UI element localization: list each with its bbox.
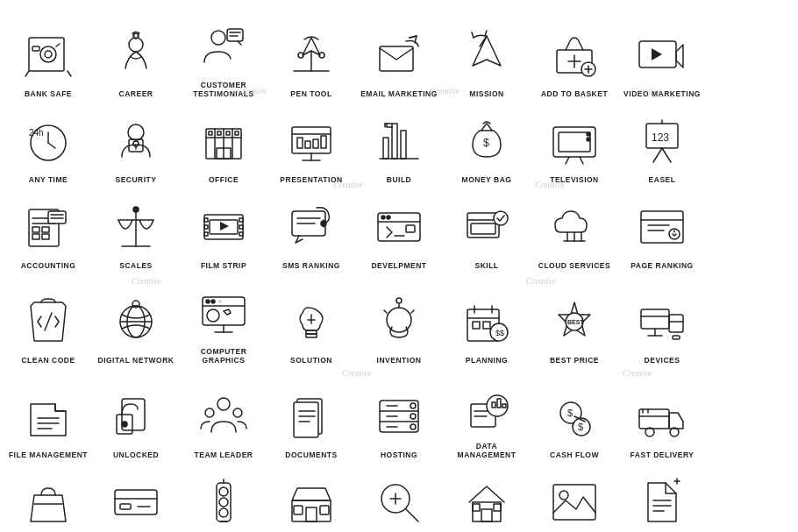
svg-point-102 [321, 221, 326, 226]
icon-cell-customer-testimonials: CUSTOMER TESTIMONIALS [180, 9, 267, 103]
accounting-icon [18, 196, 79, 258]
any-time-label: ANY TIME [29, 175, 68, 184]
digital-network-label: DIGITAL NETWORK [98, 356, 175, 365]
svg-rect-6 [32, 46, 39, 51]
svg-rect-216 [320, 506, 329, 514]
icon-cell-bank-safe: BANK SAFE [4, 9, 92, 103]
unlocked-icon [105, 386, 167, 447]
pen-tool-label: PEN TOOL [290, 89, 331, 98]
svg-line-218 [406, 509, 418, 521]
icon-cell-real-estate: REAL ESTATE [443, 465, 531, 532]
solution-label: SOLUTION [290, 356, 332, 365]
mission-label: MISSION [469, 89, 503, 98]
svg-line-3 [25, 71, 29, 76]
svg-line-142 [384, 310, 387, 313]
invention-icon [368, 291, 430, 352]
icon-cell-clean-code: CLEAN CODE [4, 275, 92, 370]
svg-point-35 [128, 124, 144, 140]
page-ranking-label: PAGE RANKING [631, 261, 694, 270]
icon-cell-best-price: BEST BEST PRICE [531, 275, 618, 370]
svg-rect-54 [321, 136, 326, 148]
scales-icon [105, 196, 167, 258]
documents-icon [281, 386, 342, 447]
icon-cell-email-marketing: EMAIL MARKETING [355, 9, 443, 103]
career-icon [105, 25, 167, 86]
sms-ranking-label: SMS RANKING [282, 261, 340, 270]
solution-icon [281, 291, 342, 352]
icon-cell-empty-r4 [706, 275, 794, 370]
svg-line-72 [662, 148, 671, 162]
svg-rect-96 [239, 232, 243, 236]
svg-point-2 [45, 51, 52, 58]
svg-point-209 [219, 498, 228, 507]
clean-code-icon [18, 291, 79, 352]
storefront-icon [281, 472, 342, 532]
svg-rect-92 [204, 225, 208, 229]
svg-rect-91 [204, 218, 208, 222]
icon-cell-money-bag: $ MONEY BAG [443, 103, 531, 189]
presentation-icon [281, 110, 342, 172]
office-label: OFFICE [209, 175, 239, 184]
svg-rect-148 [473, 322, 480, 329]
shopping-bag-icon [18, 472, 79, 532]
svg-point-226 [559, 491, 568, 500]
svg-rect-79 [42, 227, 49, 232]
build-icon [368, 110, 430, 172]
unlocked-label: UNLOCKED [113, 450, 159, 459]
icon-cell-devices: DEVICES [618, 275, 706, 370]
best-price-label: BEST PRICE [550, 356, 599, 365]
svg-rect-52 [305, 141, 310, 148]
svg-point-105 [381, 216, 385, 219]
icon-cell-mission: MISSION [443, 9, 531, 103]
hosting-icon [368, 386, 430, 447]
icon-cell-skill: SKILL [443, 189, 531, 275]
page-ranking-icon [631, 196, 693, 258]
svg-point-210 [219, 508, 228, 517]
svg-point-167 [217, 398, 230, 410]
svg-point-181 [410, 414, 416, 419]
hosting-label: HOSTING [381, 450, 417, 459]
svg-point-166 [122, 422, 127, 427]
svg-rect-78 [32, 227, 39, 232]
svg-line-22 [472, 32, 474, 38]
file-management-label: FILE MANAGEMENT [9, 450, 88, 459]
svg-rect-215 [294, 506, 303, 514]
skill-icon [456, 196, 517, 258]
traffic-light-icon [193, 472, 254, 532]
icon-cell-cloud-services: CLOUD SERVICES [531, 189, 618, 275]
svg-text:$: $ [483, 137, 489, 149]
data-management-icon [456, 377, 517, 438]
svg-point-112 [494, 211, 508, 225]
film-strip-label: FILM STRIP [201, 261, 246, 270]
svg-rect-223 [473, 504, 480, 511]
svg-rect-58 [401, 131, 406, 159]
zoom-search-icon [368, 472, 430, 532]
svg-point-7 [129, 38, 143, 52]
svg-rect-149 [483, 322, 490, 329]
svg-text:$$: $$ [495, 329, 504, 337]
icon-cell-data-management: DATA MANAGEMENT [443, 370, 531, 465]
icon-cell-accounting: ACCOUNTING [4, 189, 92, 275]
devices-label: DEVICES [645, 356, 680, 365]
easel-label: EASEL [649, 175, 676, 184]
film-strip-icon [193, 196, 254, 258]
build-label: BUILD [387, 175, 411, 184]
cash-flow-icon: $$ [544, 386, 605, 447]
svg-rect-171 [294, 402, 318, 437]
svg-rect-45 [209, 131, 212, 135]
any-time-icon: 24h [18, 110, 79, 172]
svg-rect-224 [494, 504, 501, 511]
email-marketing-icon [368, 25, 430, 86]
svg-rect-64 [553, 127, 595, 157]
icon-cell-zoom-search: ZOOM SEARCH [355, 465, 443, 532]
develpment-label: DEVELPMENT [371, 261, 426, 270]
svg-rect-19 [380, 46, 413, 71]
television-label: TELEVISION [550, 175, 599, 184]
icon-cell-empty-r2 [706, 103, 794, 189]
icon-cell-build: BUILD [355, 103, 443, 189]
svg-rect-94 [239, 218, 243, 222]
icon-cell-pen-tool: PEN TOOL [267, 9, 355, 103]
svg-line-141 [411, 310, 414, 313]
icon-cell-security: SECURITY [92, 103, 180, 189]
svg-rect-175 [380, 401, 418, 432]
